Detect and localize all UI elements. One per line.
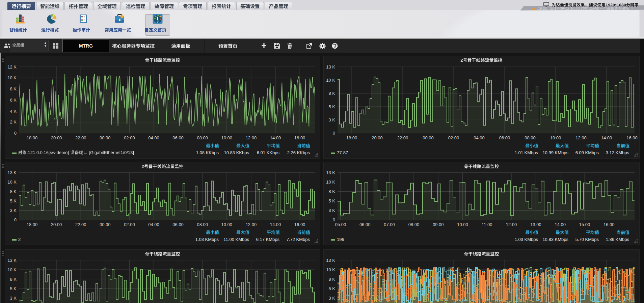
svg-text:0: 0	[333, 131, 335, 136]
svg-text:10 K: 10 K	[7, 267, 17, 272]
svg-text:10:00: 10:00	[457, 222, 468, 227]
svg-text:20:00: 20:00	[51, 135, 62, 140]
svg-text:3 K: 3 K	[328, 117, 335, 122]
svg-text:02:00: 02:00	[124, 135, 135, 140]
svg-text:8 K: 8 K	[328, 189, 335, 194]
svg-text:08:00: 08:00	[408, 222, 420, 227]
svg-text:00:00: 00:00	[423, 135, 434, 140]
svg-text:10 K: 10 K	[7, 180, 17, 185]
svg-text:08:00: 08:00	[525, 135, 536, 140]
svg-text:10 K: 10 K	[326, 267, 335, 272]
svg-text:0: 0	[333, 217, 335, 222]
svg-text:14:00: 14:00	[555, 222, 566, 227]
svg-text:04:00: 04:00	[148, 222, 159, 227]
svg-text:5 K: 5 K	[10, 286, 17, 291]
svg-text:3 K: 3 K	[328, 208, 335, 213]
svg-text:13 K: 13 K	[7, 170, 17, 175]
svg-text:6 K: 6 K	[10, 98, 17, 103]
svg-text:06:00: 06:00	[359, 222, 371, 227]
svg-text:02:00: 02:00	[124, 222, 135, 227]
svg-text:3 K: 3 K	[10, 296, 17, 301]
svg-text:04:00: 04:00	[474, 135, 485, 140]
svg-text:04:00: 04:00	[148, 135, 159, 140]
svg-text:5 K: 5 K	[10, 198, 17, 203]
svg-text:12:00: 12:00	[246, 135, 257, 140]
svg-text:16:00: 16:00	[294, 135, 305, 140]
svg-text:8 K: 8 K	[328, 277, 335, 282]
svg-text:12:00: 12:00	[246, 222, 257, 227]
svg-text:10:00: 10:00	[221, 222, 233, 227]
svg-text:13 K: 13 K	[326, 64, 335, 70]
svg-text:11:00: 11:00	[482, 222, 492, 227]
svg-text:8 K: 8 K	[328, 91, 335, 96]
svg-text:0: 0	[14, 131, 17, 136]
svg-text:16:00: 16:00	[626, 135, 638, 140]
svg-text:10 K: 10 K	[7, 75, 17, 80]
svg-text:13 K: 13 K	[326, 170, 335, 175]
svg-text:06:00: 06:00	[172, 135, 184, 140]
svg-text:22:00: 22:00	[75, 222, 86, 227]
svg-text:12:00: 12:00	[506, 222, 517, 227]
svg-text:08:00: 08:00	[197, 222, 208, 227]
svg-text:00:00: 00:00	[100, 135, 111, 140]
svg-text:10 K: 10 K	[326, 180, 335, 185]
svg-text:8 K: 8 K	[10, 277, 17, 282]
svg-text:5 K: 5 K	[328, 104, 335, 109]
svg-text:07:00: 07:00	[384, 222, 395, 227]
svg-text:18:00: 18:00	[27, 135, 38, 140]
svg-text:12 K: 12 K	[7, 64, 17, 70]
svg-text:02:00: 02:00	[448, 135, 459, 140]
svg-text:8 K: 8 K	[10, 189, 17, 194]
svg-text:06:00: 06:00	[499, 135, 510, 140]
svg-text:13 K: 13 K	[326, 258, 335, 263]
svg-text:20:00: 20:00	[51, 222, 62, 227]
svg-text:13 K: 13 K	[7, 258, 17, 263]
svg-text:12:00: 12:00	[575, 135, 587, 140]
svg-text:15:00: 15:00	[579, 222, 590, 227]
svg-text:18:00: 18:00	[346, 135, 357, 140]
svg-text:22:00: 22:00	[75, 135, 86, 140]
svg-text:14:00: 14:00	[601, 135, 612, 140]
svg-text:2 K: 2 K	[10, 119, 17, 125]
svg-text:05:00: 05:00	[335, 222, 346, 227]
svg-text:3 K: 3 K	[328, 296, 335, 301]
svg-text:10 K: 10 K	[326, 78, 335, 83]
svg-text:14:00: 14:00	[270, 222, 281, 227]
svg-text:13:00: 13:00	[530, 222, 541, 227]
svg-text:14:00: 14:00	[270, 135, 281, 140]
svg-text:5 K: 5 K	[328, 198, 335, 203]
svg-text:09:00: 09:00	[433, 222, 444, 227]
svg-text:20:00: 20:00	[372, 135, 383, 140]
svg-text:5 K: 5 K	[328, 286, 335, 291]
svg-text:0: 0	[14, 217, 17, 222]
svg-text:08:00: 08:00	[197, 135, 208, 140]
svg-text:10:00: 10:00	[550, 135, 561, 140]
svg-text:16:00: 16:00	[603, 222, 615, 227]
svg-text:3 K: 3 K	[10, 208, 17, 213]
svg-text:22:00: 22:00	[397, 135, 408, 140]
svg-text:4 K: 4 K	[10, 109, 17, 114]
svg-text:16:00: 16:00	[294, 222, 305, 227]
svg-text:00:00: 00:00	[100, 222, 111, 227]
svg-text:18:00: 18:00	[27, 222, 38, 227]
svg-text:10:00: 10:00	[221, 135, 233, 140]
svg-text:06:00: 06:00	[172, 222, 184, 227]
svg-text:8 K: 8 K	[10, 86, 17, 91]
